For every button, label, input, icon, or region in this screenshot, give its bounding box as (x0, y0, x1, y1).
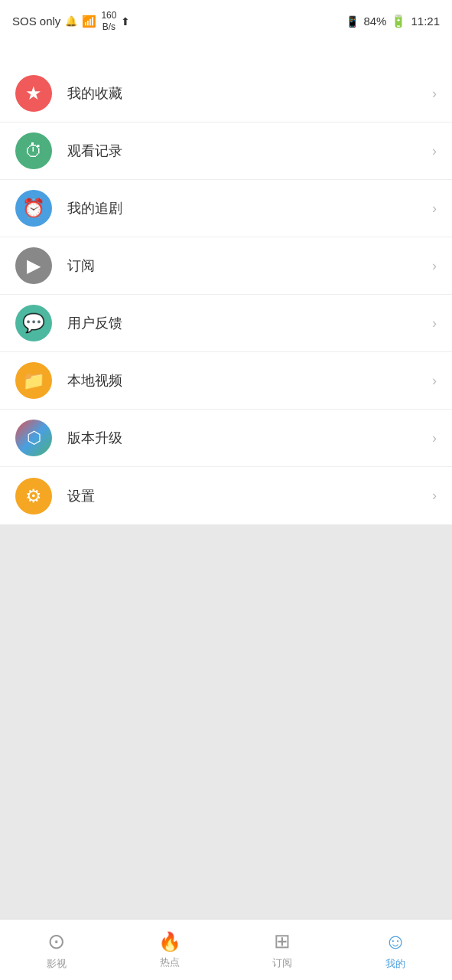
local-label: 本地视频 (67, 371, 432, 390)
mine-label: 我的 (385, 957, 405, 971)
feedback-label: 用户反馈 (67, 314, 432, 332)
tv-icon: ⊙ (47, 929, 65, 954)
battery-icon: 🔋 (391, 14, 406, 28)
clock-icon: ⏱ (24, 140, 43, 162)
layers-icon: ⬡ (27, 428, 41, 448)
battery-percent: 84% (363, 15, 386, 28)
menu-item-subscribe[interactable]: ▶ 订阅 › (0, 237, 452, 295)
favorites-chevron: › (432, 86, 437, 102)
update-icon-wrap: ⬡ (15, 420, 52, 456)
fire-icon: 🔥 (158, 931, 181, 952)
folder-icon: 📁 (22, 370, 45, 391)
nav-item-hot[interactable]: 🔥 热点 (113, 931, 226, 969)
following-chevron: › (432, 201, 437, 217)
menu-item-favorites[interactable]: ★ 我的收藏 › (0, 65, 452, 122)
wifi-icon: 📶 (82, 15, 96, 28)
menu-item-local[interactable]: 📁 本地视频 › (0, 352, 452, 410)
smile-icon: ☺ (385, 929, 407, 954)
menu-item-history[interactable]: ⏱ 观看记录 › (0, 122, 452, 180)
feedback-chevron: › (432, 315, 437, 332)
settings-label: 设置 (67, 487, 432, 505)
sim-icon: 📱 (346, 15, 359, 28)
hot-label: 热点 (160, 956, 180, 969)
subscribe-label: 订阅 (67, 256, 432, 275)
speed-text: 160B/s (101, 10, 116, 32)
time-display: 11:21 (411, 15, 440, 28)
feedback-icon-wrap: 💬 (15, 305, 52, 341)
menu-item-feedback[interactable]: 💬 用户反馈 › (0, 295, 452, 352)
gray-area (0, 524, 452, 919)
play-icon: ▶ (27, 255, 41, 276)
gear-icon: ⚙ (25, 485, 42, 507)
update-label: 版本升级 (67, 429, 432, 447)
nav-item-tv[interactable]: ⊙ 影视 (0, 929, 113, 971)
settings-chevron: › (432, 488, 437, 504)
upload-icon: ⬆ (121, 15, 130, 28)
tv-label: 影视 (47, 957, 67, 971)
history-label: 观看记录 (67, 142, 432, 160)
local-chevron: › (432, 373, 437, 389)
status-right: 📱 84% 🔋 11:21 (346, 14, 440, 28)
menu-item-update[interactable]: ⬡ 版本升级 › (0, 410, 452, 467)
signal-icon: 🔔 (65, 15, 77, 27)
settings-icon-wrap: ⚙ (15, 478, 52, 514)
status-bar: SOS only 🔔 📶 160B/s ⬆ 📱 84% 🔋 11:21 (0, 0, 452, 42)
following-icon-wrap: ⏰ (15, 190, 52, 227)
subscribe-nav-label: 订阅 (272, 956, 292, 970)
menu-list: ★ 我的收藏 › ⏱ 观看记录 › ⏰ 我的追剧 › ▶ 订阅 › 💬 用户反馈… (0, 65, 452, 524)
plus-icon: ⊞ (274, 929, 291, 953)
nav-item-subscribe-nav[interactable]: ⊞ 订阅 (226, 929, 340, 970)
favorites-icon-wrap: ★ (15, 75, 52, 112)
subscribe-chevron: › (432, 258, 437, 274)
menu-item-following[interactable]: ⏰ 我的追剧 › (0, 180, 452, 237)
alarm-icon: ⏰ (22, 198, 45, 219)
history-icon-wrap: ⏱ (15, 132, 52, 169)
sos-text: SOS only (12, 15, 60, 28)
chat-icon: 💬 (22, 312, 45, 334)
subscribe-icon-wrap: ▶ (15, 247, 52, 284)
favorites-label: 我的收藏 (67, 84, 432, 103)
following-label: 我的追剧 (67, 199, 432, 217)
nav-item-mine[interactable]: ☺ 我的 (339, 929, 452, 971)
history-chevron: › (432, 143, 437, 159)
menu-item-settings[interactable]: ⚙ 设置 › (0, 467, 452, 524)
local-icon-wrap: 📁 (15, 362, 52, 399)
top-spacer (0, 42, 452, 65)
star-icon: ★ (25, 83, 42, 104)
status-left: SOS only 🔔 📶 160B/s ⬆ (12, 10, 130, 32)
update-chevron: › (432, 430, 437, 446)
bottom-nav: ⊙ 影视 🔥 热点 ⊞ 订阅 ☺ 我的 (0, 919, 452, 980)
